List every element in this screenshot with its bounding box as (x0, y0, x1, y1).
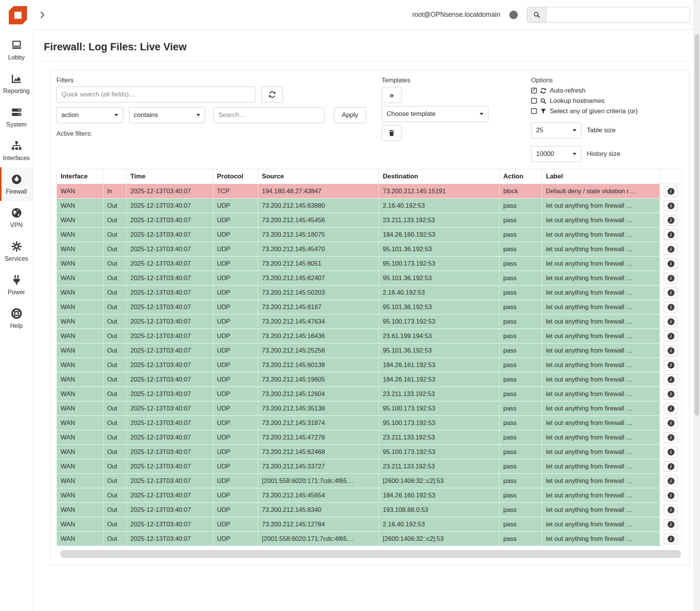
cell-action: pass (499, 343, 542, 358)
info-button[interactable]: i (664, 490, 678, 501)
templates-section: Templates » Choose template (382, 77, 488, 141)
cell-protocol: UDP (213, 387, 258, 401)
info-button[interactable]: i (664, 389, 678, 399)
cell-time: 2025-12-13T03:40:07 (127, 314, 213, 329)
cell-source: [2001:558:6020:171:7cdc:4f65… (258, 474, 379, 488)
sidebar-item-help[interactable]: Help (0, 301, 33, 335)
info-icon: i (668, 318, 674, 325)
auto-refresh-checkbox[interactable] (531, 88, 537, 93)
log-row[interactable]: WAN Out 2025-12-13T03:40:07 UDP 73.200.2… (57, 387, 682, 401)
info-button[interactable]: i (664, 244, 678, 255)
filter-value-input[interactable] (214, 107, 325, 123)
sidebar-item-vpn[interactable]: VPN (0, 201, 33, 234)
cell-info: i (660, 300, 682, 314)
sidebar-item-system[interactable]: System (0, 100, 33, 134)
lookup-hostnames-checkbox[interactable] (531, 98, 537, 104)
expand-templates-button[interactable]: » (382, 87, 401, 103)
log-row[interactable]: WAN Out 2025-12-13T03:40:07 UDP 73.200.2… (57, 459, 682, 474)
log-row[interactable]: WAN Out 2025-12-13T03:40:07 UDP 73.200.2… (57, 242, 682, 257)
sidebar-item-reporting[interactable]: Reporting (0, 67, 33, 100)
opnsense-logo[interactable] (8, 5, 28, 26)
log-row[interactable]: WAN Out 2025-12-13T03:40:07 UDP 73.200.2… (57, 416, 682, 430)
log-row[interactable]: WAN Out 2025-12-13T03:40:07 UDP [2001:55… (57, 532, 682, 546)
info-button[interactable]: i (664, 287, 678, 298)
info-button[interactable]: i (664, 418, 678, 428)
log-row[interactable]: WAN In 2025-12-13T03:40:07 TCP 194.180.4… (57, 184, 682, 199)
log-row[interactable]: WAN Out 2025-12-13T03:40:07 UDP 73.200.2… (57, 329, 682, 343)
cell-time: 2025-12-13T03:40:07 (127, 401, 213, 416)
info-button[interactable]: i (664, 476, 678, 486)
info-button[interactable]: i (664, 331, 678, 342)
log-row[interactable]: WAN Out 2025-12-13T03:40:07 UDP 73.200.2… (57, 503, 682, 517)
log-row[interactable]: WAN Out 2025-12-13T03:40:07 UDP 73.200.2… (57, 300, 682, 314)
info-button[interactable]: i (664, 186, 678, 197)
info-button[interactable]: i (664, 302, 678, 313)
cell-info: i (660, 199, 682, 213)
info-button[interactable]: i (664, 447, 678, 457)
info-button[interactable]: i (664, 432, 678, 443)
trash-icon (388, 129, 395, 137)
info-button[interactable]: i (664, 374, 678, 385)
life-ring-icon (11, 308, 22, 319)
quick-search-input[interactable] (56, 87, 255, 103)
sidebar-item-interfaces[interactable]: Interfaces (0, 134, 33, 167)
sidebar-collapse-chevron-icon[interactable] (39, 11, 46, 19)
log-row[interactable]: WAN Out 2025-12-13T03:40:07 UDP 73.200.2… (57, 401, 682, 416)
sidebar-item-services[interactable]: Services (0, 234, 33, 268)
log-row[interactable]: WAN Out 2025-12-13T03:40:07 UDP 73.200.2… (57, 343, 682, 358)
log-row[interactable]: WAN Out 2025-12-13T03:40:07 UDP [2001:55… (57, 474, 682, 488)
info-button[interactable]: i (664, 534, 678, 544)
log-row[interactable]: WAN Out 2025-12-13T03:40:07 UDP 73.200.2… (57, 228, 682, 242)
info-icon: i (668, 289, 674, 296)
table-size-select[interactable]: 25 (531, 122, 581, 138)
log-row[interactable]: WAN Out 2025-12-13T03:40:07 UDP 73.200.2… (57, 199, 682, 213)
horizontal-scrollbar[interactable] (60, 550, 681, 558)
choose-template-select[interactable]: Choose template (382, 106, 488, 122)
cell-label: let out anything from firewall … (542, 416, 660, 430)
delete-template-button[interactable] (382, 125, 401, 141)
apply-button[interactable]: Apply (334, 107, 366, 123)
info-button[interactable]: i (664, 461, 678, 472)
page-scrollbar[interactable] (694, 0, 700, 611)
sidebar-item-lobby[interactable]: Lobby (0, 33, 33, 67)
info-button[interactable]: i (664, 360, 678, 370)
page-header: Firewall: Log Files: Live View (33, 30, 700, 62)
info-button[interactable]: i (664, 345, 678, 356)
log-row[interactable]: WAN Out 2025-12-13T03:40:07 UDP 73.200.2… (57, 213, 682, 228)
log-row[interactable]: WAN Out 2025-12-13T03:40:07 UDP 73.200.2… (57, 488, 682, 503)
cell-source: 194.180.48.27:43847 (258, 184, 379, 199)
cell-label: let out anything from firewall … (542, 358, 660, 372)
cell-interface: WAN (57, 213, 103, 228)
cell-label: let out anything from firewall … (542, 532, 660, 546)
sidebar-item-firewall[interactable]: Firewall (0, 167, 33, 201)
log-row[interactable]: WAN Out 2025-12-13T03:40:07 UDP 73.200.2… (57, 517, 682, 532)
page-scrollbar-thumb[interactable] (695, 34, 699, 415)
info-button[interactable]: i (664, 258, 678, 269)
info-button[interactable]: i (664, 316, 678, 327)
info-button[interactable]: i (664, 403, 678, 414)
info-button[interactable]: i (664, 519, 678, 530)
log-row[interactable]: WAN Out 2025-12-13T03:40:07 UDP 73.200.2… (57, 314, 682, 329)
info-button[interactable]: i (664, 215, 678, 226)
log-row[interactable]: WAN Out 2025-12-13T03:40:07 UDP 73.200.2… (57, 445, 682, 459)
log-row[interactable]: WAN Out 2025-12-13T03:40:07 UDP 73.200.2… (57, 285, 682, 300)
info-button[interactable]: i (664, 273, 678, 284)
info-button[interactable]: i (664, 200, 678, 211)
info-icon: i (668, 521, 674, 528)
log-row[interactable]: WAN Out 2025-12-13T03:40:07 UDP 73.200.2… (57, 358, 682, 372)
select-any-checkbox[interactable] (531, 108, 537, 114)
filter-field-select[interactable]: action (56, 107, 123, 123)
log-row[interactable]: WAN Out 2025-12-13T03:40:07 UDP 73.200.2… (57, 430, 682, 445)
log-row[interactable]: WAN Out 2025-12-13T03:40:07 UDP 73.200.2… (57, 271, 682, 285)
cell-action: pass (499, 314, 542, 329)
cell-info: i (660, 387, 682, 401)
sidebar-item-power[interactable]: Power (0, 268, 33, 301)
info-button[interactable]: i (664, 505, 678, 515)
global-search-input[interactable] (546, 7, 690, 22)
log-row[interactable]: WAN Out 2025-12-13T03:40:07 UDP 73.200.2… (57, 372, 682, 387)
history-size-select[interactable]: 10000 (531, 146, 581, 162)
info-button[interactable]: i (664, 229, 678, 240)
filter-operator-select[interactable]: contains (129, 107, 205, 123)
refresh-button[interactable] (262, 87, 283, 103)
log-row[interactable]: WAN Out 2025-12-13T03:40:07 UDP 73.200.2… (57, 257, 682, 271)
